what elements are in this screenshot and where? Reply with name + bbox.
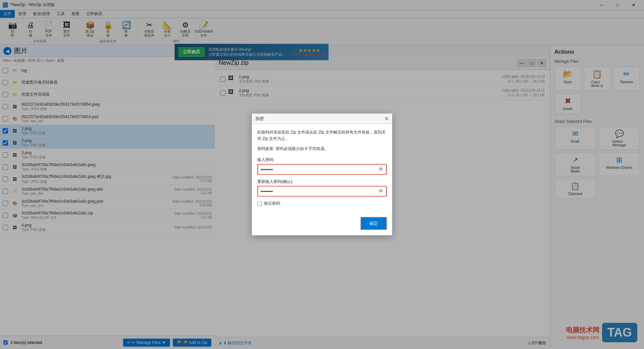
dialog-confirm-input-wrap: 👁 [257,186,387,197]
validate-checkbox[interactable] [257,201,262,206]
dialog-validate-row: 验证密码 [257,201,387,206]
dialog-enter-eye[interactable]: 👁 [376,165,386,174]
dialog-overlay: 加密 ✕ 此密码对添加至此 Zip 文件或从此 Zip 文件解压的所有文件有效，… [0,0,644,349]
dialog-policy: 密码政策: 密码必须最少由 8 字符组成。 [257,146,387,152]
password-dialog: 加密 ✕ 此密码对添加至此 Zip 文件或从此 Zip 文件解压的所有文件有效，… [252,113,392,236]
dialog-enter-input-wrap: 👁 [257,164,387,175]
dialog-close-button[interactable]: ✕ [384,115,389,122]
dialog-ok-button[interactable]: 确定 [361,217,387,230]
dialog-body: 此密码对添加至此 Zip 文件或从此 Zip 文件解压的所有文件有效，直到关闭 … [252,124,392,217]
dialog-confirm-label: 重新输入密码(确认): [257,179,387,185]
dialog-confirm-field: 重新输入密码(确认): 👁 [257,179,387,197]
dialog-description: 此密码对添加至此 Zip 文件或从此 Zip 文件解压的所有文件有效，直到关闭 … [257,129,387,142]
dialog-confirm-input[interactable] [258,187,376,196]
dialog-title: 加密 [255,115,264,121]
dialog-enter-field: 输入密码: 👁 [257,157,387,175]
dialog-confirm-eye[interactable]: 👁 [376,187,386,196]
validate-label: 验证密码 [264,201,280,206]
dialog-enter-input[interactable] [258,165,376,174]
dialog-footer: 确定 [252,217,392,235]
dialog-enter-label: 输入密码: [257,157,387,163]
dialog-title-bar: 加密 ✕ [252,114,392,124]
